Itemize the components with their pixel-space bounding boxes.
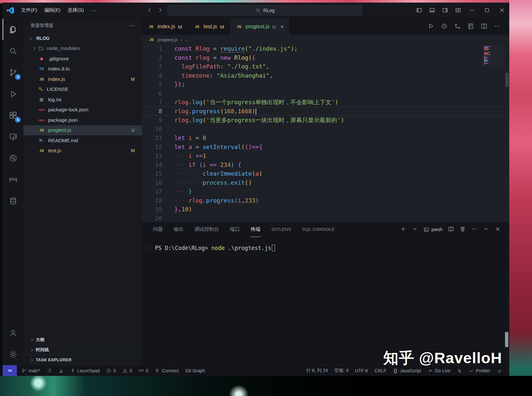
more-button[interactable] (494, 23, 501, 31)
code-line-20[interactable]: 20 (142, 214, 509, 222)
file-item-LICENSE[interactable]: LICENSE (23, 84, 142, 95)
status-warnings[interactable]: 0 (119, 365, 135, 376)
tab-index.js[interactable]: JSindex.jsM (142, 18, 188, 35)
panel-tab-调试控制台[interactable]: 调试控制台 (195, 222, 219, 237)
status-branch[interactable]: main* (18, 365, 44, 376)
menu-item-F[interactable]: 文件(F) (18, 6, 41, 15)
back-icon[interactable] (146, 7, 153, 14)
file-item-index.js[interactable]: JSindex.jsM (23, 74, 142, 84)
plus-button[interactable] (400, 226, 406, 233)
panel-tab-SQL CONSOLE[interactable]: SQL CONSOLE (302, 222, 335, 237)
code-line-9[interactable]: 9rlog.log('当更多progress一块出现时，屏幕只显示最新的') (142, 116, 509, 125)
minimap[interactable] (483, 45, 504, 67)
maximize-button[interactable] (479, 3, 494, 18)
breadcrumb-more[interactable]: ... (184, 37, 188, 42)
panel-tab-输出[interactable]: 输出 (174, 222, 184, 237)
status-ports[interactable]: 0 (135, 365, 152, 376)
activity-item-run-debug[interactable] (3, 83, 23, 105)
file-item-README.md[interactable]: M↓README.md (23, 135, 142, 146)
code-line-12[interactable]: 12let a = setInterval(()=>{ (142, 142, 509, 152)
code-line-1[interactable]: 1const Rlog = require("./index.js"); (142, 44, 509, 53)
activity-item-extensions[interactable]: 5 (3, 105, 23, 126)
activity-item-database[interactable] (3, 190, 23, 212)
file-item-test.js[interactable]: JStest.jsM (23, 146, 142, 156)
more-button[interactable] (471, 226, 477, 233)
code-line-19[interactable]: 19},10) (142, 205, 509, 214)
panel-scrollbar[interactable] (505, 332, 508, 347)
trash-button[interactable] (460, 226, 466, 233)
activity-item-browser-preview[interactable] (3, 147, 23, 169)
panel-tab-GITLENS[interactable]: GITLENS (272, 222, 291, 237)
code-line-18[interactable]: 18····rlog.progress(i,233) (142, 196, 509, 205)
chevron-down-button[interactable] (412, 226, 418, 233)
code-line-14[interactable]: 14····if (i == 234) { (142, 160, 509, 169)
sidebar-section-时间线[interactable]: 时间线 (23, 345, 142, 355)
status-connect[interactable]: Connect (151, 365, 182, 376)
activity-item-remote-explorer[interactable] (3, 126, 23, 147)
code-line-15[interactable]: 15········clearImmediate(a) (142, 169, 509, 178)
terminal[interactable]: PS D:\Code\RLog> node .\progtest.js (142, 237, 509, 251)
sidebar-section-TASK EXPLORER[interactable]: TASK EXPLORER (23, 355, 142, 365)
breadcrumb[interactable]: JS progtest.js › ... (142, 35, 509, 44)
code-line-7[interactable]: 7rlog.log('当一个progress单独出现时，不会影响上下文') (142, 98, 509, 107)
status-encoding[interactable]: UTF-8 (352, 365, 371, 376)
file-item-index.d.ts[interactable]: TSindex.d.ts (23, 64, 142, 74)
code-line-4[interactable]: 4 timezone: "Asia/Shanghai", (142, 71, 509, 80)
layout-sidebar-right-button[interactable] (438, 3, 451, 18)
code-line-10[interactable]: 10 (142, 125, 509, 134)
compare-button[interactable] (454, 23, 461, 31)
layout-sidebar-button[interactable] (412, 3, 425, 18)
notebook-button[interactable] (467, 23, 474, 31)
sidebar-section-大纲[interactable]: 大纲 (23, 335, 142, 345)
code-line-2[interactable]: 2const rlog = new Rlog({ (142, 53, 509, 62)
sidebar-more-icon[interactable] (128, 22, 135, 29)
minimize-button[interactable] (464, 3, 479, 18)
activity-item-m-extension[interactable] (3, 169, 23, 190)
file-item-.gitignore[interactable]: ◆.gitignore (23, 54, 142, 64)
menu-more[interactable]: ··· (87, 6, 99, 15)
code-line-6[interactable]: 6 (142, 89, 509, 98)
code-line-17[interactable]: 17····} (142, 187, 509, 196)
status-cursor-position[interactable]: 行 8, 列 24 (303, 365, 331, 376)
layout-panel-button[interactable] (425, 3, 438, 18)
close-button[interactable] (494, 3, 509, 18)
file-item-package.json[interactable]: npmpackage.json (23, 115, 142, 125)
status-gitlens-graph[interactable] (55, 365, 67, 376)
chevron-up-button[interactable] (483, 226, 489, 233)
code-line-16[interactable]: 16········process.exit() (142, 178, 509, 187)
forward-icon[interactable] (157, 7, 164, 14)
status-indentation[interactable]: 空格: 4 (331, 365, 352, 376)
panel-tab-端口[interactable]: 端口 (230, 222, 240, 237)
menu-item-S[interactable]: 选择(S) (64, 6, 87, 15)
activity-item-settings[interactable] (3, 343, 23, 365)
file-item-node_modules[interactable]: node_modules (23, 43, 142, 54)
file-item-log.txt[interactable]: ▤log.txt (23, 94, 142, 105)
editor-scrollbar[interactable] (505, 73, 509, 87)
code-line-5[interactable]: 5}); (142, 80, 509, 89)
code-editor[interactable]: 1const Rlog = require("./index.js");2con… (142, 44, 509, 222)
close-button[interactable] (495, 226, 501, 233)
file-item-progtest.js[interactable]: JSprogtest.jsU (23, 125, 142, 136)
close-tab-icon[interactable]: × (281, 24, 284, 30)
split-panel-button[interactable] (448, 226, 454, 233)
split-editor-button[interactable] (481, 23, 488, 31)
command-center-search[interactable]: RLog (168, 5, 362, 16)
tab-progtest.js[interactable]: JSprogtest.jsU× (230, 18, 290, 35)
status-launchpad[interactable]: Launchpad (67, 365, 103, 376)
activity-item-accounts[interactable] (3, 322, 23, 343)
code-line-3[interactable]: 3 logFilePath: "./log.txt", (142, 62, 509, 71)
panel-tab-终端[interactable]: 终端 (251, 222, 260, 237)
menu-item-E[interactable]: 编辑(E) (41, 6, 64, 15)
run-button[interactable] (427, 23, 434, 31)
shell-selector[interactable]: pwsh (424, 227, 442, 232)
activity-item-source-control[interactable]: 3 (3, 62, 23, 83)
activity-item-search[interactable] (3, 40, 23, 62)
tree-root[interactable]: RLOG (23, 33, 142, 43)
history-button[interactable] (441, 23, 448, 31)
activity-item-explorer[interactable] (3, 19, 23, 40)
status-errors[interactable]: 0 (103, 365, 119, 376)
code-line-13[interactable]: 13····i +=1 (142, 151, 509, 160)
status-sync[interactable] (44, 365, 55, 376)
status-remote[interactable]: >< (3, 365, 17, 376)
code-line-8[interactable]: 8rlog.progress(168,1668) (142, 107, 509, 116)
